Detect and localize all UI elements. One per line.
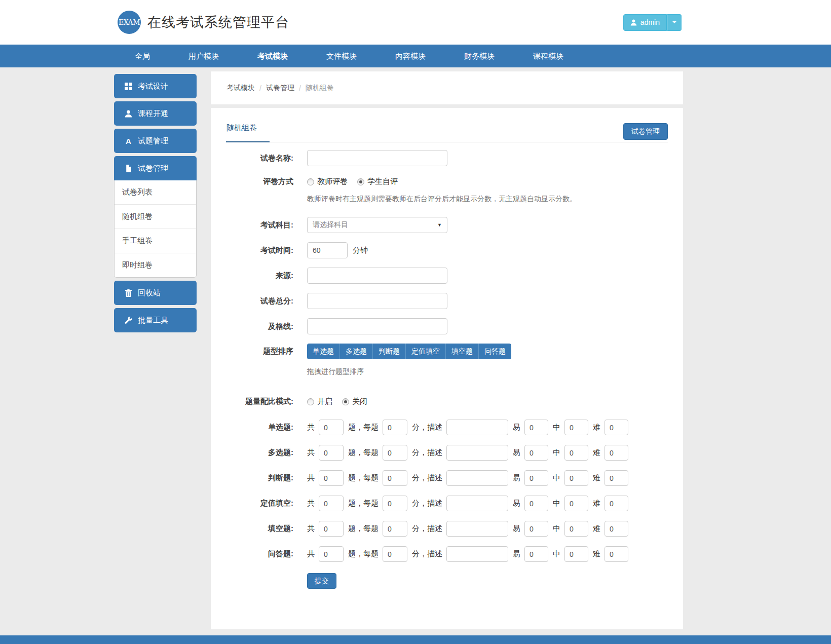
- hard-input[interactable]: [605, 546, 628, 562]
- hard-input[interactable]: [605, 420, 628, 435]
- order-btn-single-choice[interactable]: 单选题: [307, 344, 339, 359]
- hard-input[interactable]: [605, 470, 628, 486]
- easy-input[interactable]: [524, 521, 548, 537]
- hard-input[interactable]: [605, 445, 628, 461]
- mid-input[interactable]: [564, 521, 588, 537]
- sidebar-item-recycle-bin[interactable]: 回收站: [114, 281, 197, 305]
- score-input[interactable]: [383, 496, 407, 511]
- nav-item-finance-module[interactable]: 财务模块: [448, 45, 510, 67]
- count-input[interactable]: [319, 521, 344, 537]
- score-input[interactable]: [383, 521, 407, 537]
- breadcrumb-item-exam-module[interactable]: 考试模块: [226, 84, 255, 93]
- radio-ratio-on[interactable]: 开启: [307, 397, 332, 406]
- nav-item-content-module[interactable]: 内容模块: [380, 45, 441, 67]
- paper-name-label: 试卷名称:: [226, 154, 293, 163]
- radio-teacher-grading[interactable]: 教师评卷: [307, 177, 348, 186]
- sidebar-item-exam-design[interactable]: 考试设计: [114, 74, 197, 98]
- select-caret-icon: ▼: [437, 222, 442, 228]
- desc-text: 分，描述: [412, 524, 442, 534]
- desc-input[interactable]: [446, 546, 508, 562]
- footer: [0, 635, 831, 644]
- submenu-item-random-paper[interactable]: 随机组卷: [115, 205, 196, 229]
- score-input[interactable]: [383, 445, 407, 461]
- main-navbar: 全局 用户模块 考试模块 文件模块 内容模块 财务模块 课程模块: [0, 45, 831, 67]
- mid-input[interactable]: [564, 470, 588, 486]
- pass-line-label: 及格线:: [226, 322, 293, 331]
- radio-icon: [307, 178, 314, 185]
- score-input[interactable]: [383, 470, 407, 486]
- per-question-text: 题，每题: [348, 499, 379, 508]
- easy-input[interactable]: [524, 445, 548, 461]
- score-input[interactable]: [383, 420, 407, 435]
- paper-manage-button[interactable]: 试卷管理: [623, 123, 668, 140]
- hard-input[interactable]: [605, 496, 628, 511]
- nav-item-global[interactable]: 全局: [119, 45, 166, 67]
- exam-logo: EXAM: [118, 11, 141, 34]
- nav-item-file-module[interactable]: 文件模块: [311, 45, 372, 67]
- hard-text: 难: [593, 499, 600, 508]
- easy-input[interactable]: [524, 546, 548, 562]
- submit-button[interactable]: 提交: [307, 573, 336, 589]
- nav-item-user-module[interactable]: 用户模块: [173, 45, 235, 67]
- desc-input[interactable]: [446, 470, 508, 486]
- paper-name-input[interactable]: [307, 150, 447, 166]
- mid-input[interactable]: [564, 445, 588, 461]
- sidebar: 考试设计 课程开通 A 试题管理 试卷管理 试卷列表 随机组卷 手工组卷 即时组…: [114, 74, 197, 335]
- pass-line-input[interactable]: [307, 318, 447, 334]
- breadcrumb-separator: /: [259, 84, 261, 92]
- count-input[interactable]: [319, 470, 344, 486]
- order-btn-multi-choice[interactable]: 多选题: [339, 344, 372, 359]
- type-order-row: 题型排序 单选题 多选题 判断题 定值填空 填空题 问答题: [226, 344, 668, 359]
- source-input[interactable]: [307, 268, 447, 284]
- question-row-single-choice: 单选题: 共 题，每题 分，描述 易 中 难: [226, 420, 668, 435]
- order-btn-true-false[interactable]: 判断题: [372, 344, 405, 359]
- desc-input[interactable]: [446, 420, 508, 435]
- order-btn-fill-blank[interactable]: 填空题: [445, 344, 478, 359]
- count-input[interactable]: [319, 420, 344, 435]
- content-area: 考试设计 课程开通 A 试题管理 试卷管理 试卷列表 随机组卷 手工组卷 即时组…: [114, 71, 683, 629]
- duration-input[interactable]: [307, 242, 348, 258]
- tab-random-paper[interactable]: 随机组卷: [226, 123, 270, 142]
- user-button[interactable]: admin: [623, 14, 667, 31]
- easy-input[interactable]: [524, 470, 548, 486]
- grading-options: 教师评卷 学生自评: [307, 177, 398, 186]
- count-input[interactable]: [319, 496, 344, 511]
- easy-text: 易: [513, 549, 520, 559]
- radio-ratio-off[interactable]: 关闭: [342, 397, 367, 406]
- user-dropdown-button[interactable]: [667, 14, 682, 31]
- per-question-text: 题，每题: [348, 473, 379, 483]
- mid-input[interactable]: [564, 420, 588, 435]
- easy-input[interactable]: [524, 496, 548, 511]
- order-btn-essay[interactable]: 问答题: [478, 344, 511, 359]
- count-input[interactable]: [319, 445, 344, 461]
- grading-help-text: 教师评卷时有主观题则需要教师在后台评分后才能显示分数，无主观题自动显示分数。: [307, 194, 668, 204]
- total-score-input[interactable]: [307, 293, 447, 309]
- submenu-item-manual-paper[interactable]: 手工组卷: [115, 229, 196, 253]
- hard-input[interactable]: [605, 521, 628, 537]
- type-order-button-group: 单选题 多选题 判断题 定值填空 填空题 问答题: [307, 344, 511, 359]
- count-prefix: 共: [307, 549, 315, 559]
- nav-item-exam-module[interactable]: 考试模块: [242, 45, 304, 67]
- radio-icon: [342, 398, 349, 405]
- question-type-label: 判断题:: [226, 473, 293, 483]
- submenu-item-paper-list[interactable]: 试卷列表: [115, 180, 196, 205]
- breadcrumb-item-paper-manage[interactable]: 试卷管理: [266, 84, 294, 93]
- desc-input[interactable]: [446, 445, 508, 461]
- order-btn-fixed-blank[interactable]: 定值填空: [405, 344, 445, 359]
- mid-input[interactable]: [564, 496, 588, 511]
- radio-student-self-grading[interactable]: 学生自评: [357, 177, 398, 186]
- score-input[interactable]: [383, 546, 407, 562]
- sidebar-item-batch-tools[interactable]: 批量工具: [114, 308, 197, 332]
- count-input[interactable]: [319, 546, 344, 562]
- easy-input[interactable]: [524, 420, 548, 435]
- desc-input[interactable]: [446, 521, 508, 537]
- sidebar-item-paper-manage[interactable]: 试卷管理: [114, 156, 197, 180]
- mid-input[interactable]: [564, 546, 588, 562]
- sidebar-item-question-manage[interactable]: A 试题管理: [114, 129, 197, 153]
- sidebar-item-course-open[interactable]: 课程开通: [114, 101, 197, 126]
- desc-input[interactable]: [446, 496, 508, 511]
- submenu-item-instant-paper[interactable]: 即时组卷: [115, 253, 196, 277]
- subject-select[interactable]: 请选择科目 ▼: [307, 217, 447, 233]
- nav-item-course-module[interactable]: 课程模块: [517, 45, 579, 67]
- easy-text: 易: [513, 448, 520, 458]
